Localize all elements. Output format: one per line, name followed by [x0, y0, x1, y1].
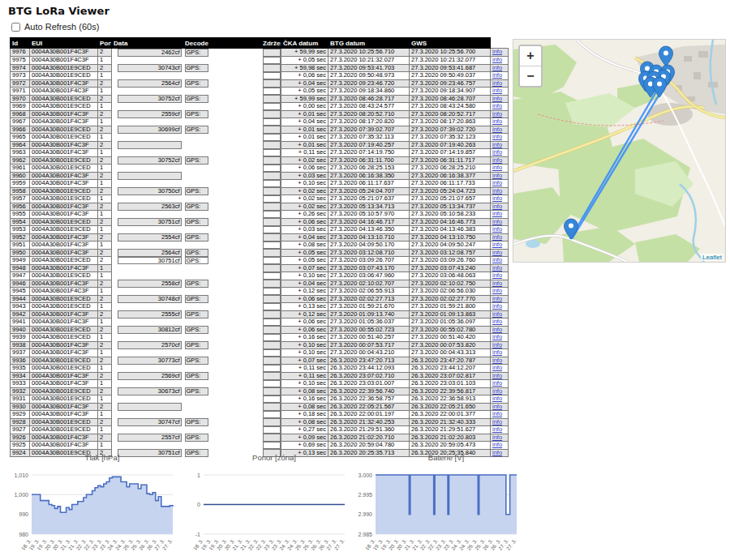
gws-info-link[interactable]: info: [492, 318, 502, 326]
cell-data: [112, 172, 183, 180]
cell-decode: GPS:: [183, 156, 261, 165]
cell-gws: info: [491, 218, 509, 226]
gws-info-link[interactable]: info: [492, 341, 502, 348]
cell-lora-delay: + 0,04 sec: [281, 280, 328, 288]
gws-info-link[interactable]: info: [492, 95, 502, 102]
gws-info-link[interactable]: info: [492, 149, 502, 156]
gws-info-link[interactable]: info: [492, 233, 502, 241]
gws-info-link[interactable]: info: [492, 141, 502, 148]
gws-info-link[interactable]: info: [492, 434, 502, 441]
gws-info-link[interactable]: info: [492, 326, 502, 333]
cell-gws: info: [491, 149, 509, 157]
gws-info-link[interactable]: info: [492, 103, 502, 110]
gws-info-link[interactable]: info: [492, 79, 502, 87]
data-payload-box: 2564cf: [118, 79, 182, 88]
gws-info-link[interactable]: info: [492, 218, 502, 225]
gws-info-link[interactable]: info: [492, 442, 502, 449]
gws-info-link[interactable]: info: [492, 357, 502, 364]
gws-info-link[interactable]: info: [492, 118, 502, 126]
gws-info-link[interactable]: info: [492, 372, 502, 379]
gws-info-link[interactable]: info: [492, 411, 502, 418]
cell-id: 9973: [11, 72, 30, 80]
gws-info-link[interactable]: info: [492, 226, 502, 233]
gws-info-link[interactable]: info: [492, 418, 502, 425]
cell-delay-box: [261, 95, 281, 103]
gws-info-link[interactable]: info: [492, 203, 502, 210]
gws-info-link[interactable]: info: [492, 272, 502, 280]
gws-info-link[interactable]: info: [492, 180, 502, 187]
gws-info-link[interactable]: info: [492, 126, 502, 133]
gws-info-link[interactable]: info: [492, 334, 502, 341]
auto-refresh-checkbox[interactable]: [11, 23, 20, 32]
delay-box: [263, 380, 281, 388]
gws-info-link[interactable]: info: [492, 195, 502, 203]
gws-info-link[interactable]: info: [492, 156, 502, 164]
table-row: 99370004A30B001F4C3F1+ 0,10 sec27.3.2020…: [11, 349, 509, 357]
gws-info-link[interactable]: info: [492, 280, 502, 287]
cell-gws: info: [491, 442, 509, 450]
gws-info-link[interactable]: info: [492, 257, 502, 264]
cell-delay-box: [261, 57, 281, 65]
cell-cka-datum: 27.3.2020 05:10:57.970: [328, 211, 410, 219]
gws-info-link[interactable]: info: [492, 88, 502, 95]
cell-eui: 0004A30B001F4C3F: [30, 180, 98, 188]
gws-info-link[interactable]: info: [492, 395, 502, 403]
gws-info-link[interactable]: info: [492, 187, 502, 195]
auto-refresh-label[interactable]: Auto Refresh (60s): [24, 22, 99, 32]
leaflet-attribution-link[interactable]: Leaflet: [701, 254, 724, 261]
cell-btg-datum: 27.3.2020 06:28:25.210: [410, 165, 491, 173]
cell-delay-box: [261, 365, 281, 373]
leaflet-map[interactable]: + − Leaflet: [513, 39, 726, 263]
cell-delay-box: [261, 403, 281, 411]
gws-info-link[interactable]: info: [492, 380, 502, 387]
cell-gws: info: [491, 141, 509, 149]
cell-delay-box: [261, 395, 281, 404]
gws-info-link[interactable]: info: [492, 211, 502, 218]
gws-info-link[interactable]: info: [492, 172, 502, 179]
chart-canvas: Ponor [zóna]-10118. 3.19. 3.19. 3.20. 3.…: [177, 451, 349, 560]
gws-info-link[interactable]: info: [492, 165, 502, 172]
delay-box: [263, 295, 281, 303]
cell-eui: 0004A30B001F4C3F: [30, 310, 98, 318]
gws-info-link[interactable]: info: [492, 426, 502, 434]
cell-id: 9936: [11, 357, 30, 365]
gws-info-link[interactable]: info: [492, 72, 502, 79]
gws-info-link[interactable]: info: [492, 310, 502, 318]
gws-info-link[interactable]: info: [492, 295, 502, 302]
chart-title: Ponor [zóna]: [252, 453, 296, 462]
delay-box: [263, 165, 281, 173]
gws-info-link[interactable]: info: [492, 387, 502, 395]
battery-chart: Baterie [V]2.9852.9902.9953.00018. 3.19.…: [349, 451, 521, 560]
cell-eui: 0004A30B001F4C3F: [30, 233, 98, 242]
gws-info-link[interactable]: info: [492, 57, 502, 64]
gws-info-link[interactable]: info: [492, 349, 502, 357]
gws-info-link[interactable]: info: [492, 249, 502, 256]
zoom-out-button[interactable]: −: [520, 66, 541, 86]
gws-info-link[interactable]: info: [492, 288, 502, 295]
table-row: 99640004A30B001F4C3F2+ 0,01 sec27.3.2020…: [11, 141, 509, 149]
cell-eui: 0004A30B001F4C3F: [30, 380, 98, 388]
cell-decode: GPS:: [183, 49, 261, 57]
gws-info-link[interactable]: info: [492, 303, 502, 310]
delay-box: [263, 357, 281, 365]
gws-info-link[interactable]: info: [492, 264, 502, 271]
gws-info-link[interactable]: info: [492, 110, 502, 118]
gws-info-link[interactable]: info: [492, 134, 502, 141]
gws-info-link[interactable]: info: [492, 49, 502, 56]
cell-lora-delay: + 0,01 sec: [281, 126, 328, 134]
cell-eui: 0004A30B001E9CED: [30, 418, 98, 426]
cell-eui: 0004A30B001F4C3F: [30, 172, 98, 180]
data-payload-box: 2569cf: [118, 372, 182, 380]
cell-eui: 0004A30B001E9CED: [30, 156, 98, 165]
gws-info-link[interactable]: info: [492, 64, 502, 71]
zoom-in-button[interactable]: +: [520, 46, 541, 66]
decode-box: GPS:: [185, 434, 208, 442]
gws-info-link[interactable]: info: [492, 365, 502, 372]
gws-info-link[interactable]: info: [492, 242, 502, 249]
decode-box: GPS:: [185, 218, 208, 226]
cell-eui: 0004A30B001E9CED: [30, 257, 98, 265]
delay-box: [263, 426, 281, 434]
cell-gws: info: [491, 380, 509, 388]
gws-info-link[interactable]: info: [492, 403, 502, 410]
cell-cka-datum: 27.3.2020 07:19:40.257: [328, 141, 410, 149]
